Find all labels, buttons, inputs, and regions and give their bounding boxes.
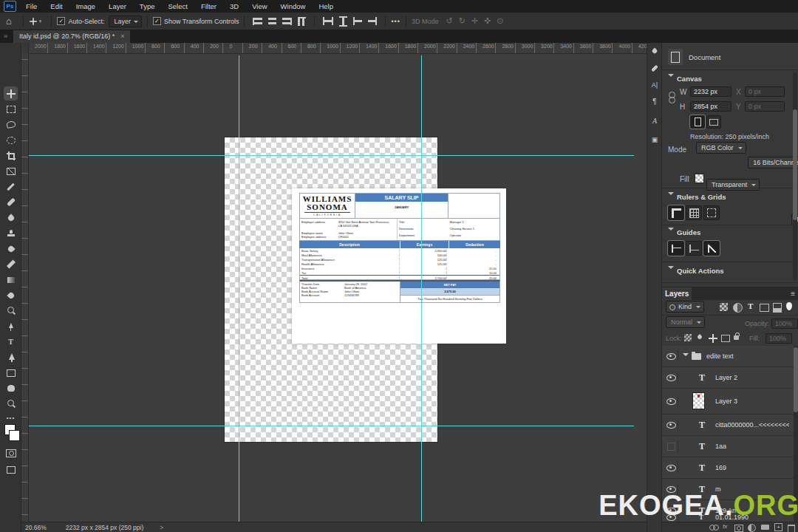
close-icon[interactable]: × xyxy=(120,33,124,40)
align-right-edges-icon[interactable] xyxy=(282,18,292,25)
photoshop-logo-icon[interactable]: Ps xyxy=(4,1,16,12)
brush-settings-icon[interactable] xyxy=(647,47,662,55)
paragraph-panel-icon[interactable]: ¶ xyxy=(647,98,662,106)
landscape-orientation-button[interactable] xyxy=(706,115,721,129)
filter-pixel-layers-icon[interactable] xyxy=(720,303,728,311)
align-top-edges-icon[interactable] xyxy=(298,17,306,26)
history-brush-tool[interactable] xyxy=(5,243,16,254)
filter-pin-icon[interactable] xyxy=(786,302,792,310)
background-color-swatch[interactable] xyxy=(9,430,20,441)
clone-stamp-tool[interactable] xyxy=(5,228,16,239)
layers-panel-menu-icon[interactable]: ≡ xyxy=(787,287,798,300)
lock-paint-icon[interactable] xyxy=(697,334,703,340)
distribute-horizontal-icon[interactable] xyxy=(323,17,333,25)
ruler-corner[interactable] xyxy=(21,43,28,53)
document-type-button[interactable] xyxy=(668,49,683,65)
align-horizontal-centers-icon[interactable] xyxy=(268,18,276,25)
show-transform-checkbox[interactable]: ✓ xyxy=(153,17,161,25)
more-align-options-button[interactable]: ••• xyxy=(391,18,400,25)
width-field[interactable]: 2232 px xyxy=(690,86,732,97)
distribute-vertical-icon[interactable] xyxy=(339,16,347,27)
3d-mode-icons[interactable]: ↺↻✛✜⊙ xyxy=(446,16,509,26)
adjustment-layer-icon[interactable] xyxy=(748,524,756,532)
document-tab[interactable]: Italy id.psd @ 20.7% (RGB/16) * × xyxy=(13,30,130,43)
opacity-field[interactable]: 100% xyxy=(771,318,798,329)
layer-row[interactable]: Layer 3 xyxy=(662,389,794,415)
quick-mask-button[interactable] xyxy=(5,448,16,459)
guides-toggle-button[interactable] xyxy=(668,241,684,256)
status-chevron-icon[interactable]: > xyxy=(160,524,163,531)
layer-row[interactable]: T citta0000000...<<<<<<<<0 d xyxy=(662,415,794,436)
crop-tool[interactable] xyxy=(5,150,16,161)
align-left-edges-icon[interactable] xyxy=(253,18,262,25)
new-layer-icon[interactable]: + xyxy=(774,523,782,531)
distribute-left-edges-icon[interactable] xyxy=(353,17,362,25)
menu-image[interactable]: Image xyxy=(69,1,102,12)
fill-dropdown[interactable]: Transparent xyxy=(706,179,760,191)
mode-dropdown[interactable]: RGB Color xyxy=(696,142,746,154)
filter-type-layers-icon[interactable]: T xyxy=(748,301,753,310)
zoom-tool[interactable] xyxy=(5,398,16,409)
layer-row-group[interactable]: edite text xyxy=(662,346,794,367)
height-field[interactable]: 2854 px xyxy=(690,101,732,112)
object-selection-tool[interactable] xyxy=(5,134,16,146)
new-group-icon[interactable] xyxy=(761,525,769,530)
home-icon[interactable]: ⌂ xyxy=(6,16,12,27)
salary-slip-layer[interactable]: WILLIAMS SONOMA CALIFORNIA SALARY SLIP J… xyxy=(292,188,506,344)
lock-transparency-icon[interactable] xyxy=(684,334,692,341)
menu-view[interactable]: View xyxy=(245,1,273,12)
menu-help[interactable]: Help xyxy=(312,1,340,12)
eraser-tool[interactable] xyxy=(5,259,16,270)
vertical-guide[interactable] xyxy=(421,55,422,522)
guides-section-header[interactable]: Guides xyxy=(668,228,700,236)
properties-scrollbar[interactable] xyxy=(793,72,797,281)
visibility-toggle[interactable] xyxy=(666,440,678,452)
zoom-percentage[interactable]: 20.66% xyxy=(25,524,47,531)
marquee-tool[interactable] xyxy=(5,103,16,115)
menu-3d[interactable]: 3D xyxy=(223,1,245,12)
hand-tool[interactable] xyxy=(5,383,16,394)
layer-row-hidden[interactable]: T 1aa xyxy=(662,436,794,457)
edit-toolbar-button[interactable]: ••• xyxy=(5,412,16,423)
tab-layers[interactable]: Layers xyxy=(662,287,692,300)
x-field[interactable]: 0 px xyxy=(745,86,785,97)
quick-actions-section-header[interactable]: Quick Actions xyxy=(668,266,724,275)
path-selection-tool[interactable] xyxy=(5,352,16,363)
mixer-brush-icon[interactable] xyxy=(647,64,662,72)
menu-select[interactable]: Select xyxy=(161,1,194,12)
visibility-toggle[interactable] xyxy=(666,350,678,362)
visibility-toggle[interactable] xyxy=(666,462,678,474)
canvas-section-header[interactable]: Canvas xyxy=(668,74,702,83)
color-swatches[interactable] xyxy=(1,424,19,442)
layer-mask-icon[interactable] xyxy=(734,525,743,532)
gradient-tool[interactable] xyxy=(5,274,16,285)
frame-tool[interactable] xyxy=(5,166,16,177)
horizontal-guide[interactable] xyxy=(28,426,634,426)
shape-tool[interactable] xyxy=(5,367,16,378)
distribute-right-edges-icon[interactable] xyxy=(368,17,377,25)
horizontal-guide[interactable] xyxy=(28,155,634,156)
layer-row[interactable]: T 169 xyxy=(662,457,794,479)
y-field[interactable]: 0 px xyxy=(745,101,785,112)
pen-tool[interactable] xyxy=(5,321,16,332)
menu-edit[interactable]: Edit xyxy=(44,1,69,12)
auto-select-target-dropdown[interactable]: Layer xyxy=(109,16,142,27)
portrait-orientation-button[interactable] xyxy=(690,115,705,129)
h-ruler[interactable]: 2000180016001400120010008006004002000200… xyxy=(28,43,647,54)
auto-select-checkbox[interactable]: ✓ xyxy=(57,17,65,25)
libraries-panel-icon[interactable]: ▣ xyxy=(647,136,662,143)
rulers-toggle-button[interactable] xyxy=(668,205,684,220)
grid-toggle-button[interactable] xyxy=(686,205,702,220)
filter-shape-layers-icon[interactable] xyxy=(760,304,769,312)
dodge-tool[interactable] xyxy=(5,305,16,316)
glyphs-panel-icon[interactable]: A xyxy=(647,117,662,125)
rulers-grids-section-header[interactable]: Rulers & Grids xyxy=(668,192,726,201)
filter-smart-objects-icon[interactable] xyxy=(773,303,782,313)
group-expand-icon[interactable] xyxy=(683,353,689,359)
fill-swatch[interactable] xyxy=(695,174,704,183)
visibility-toggle[interactable] xyxy=(666,395,678,407)
filter-adjustment-layers-icon[interactable] xyxy=(733,303,743,313)
character-panel-icon[interactable]: A| xyxy=(647,81,662,89)
v-ruler[interactable] xyxy=(21,43,29,522)
lock-artboard-icon[interactable] xyxy=(721,335,730,342)
